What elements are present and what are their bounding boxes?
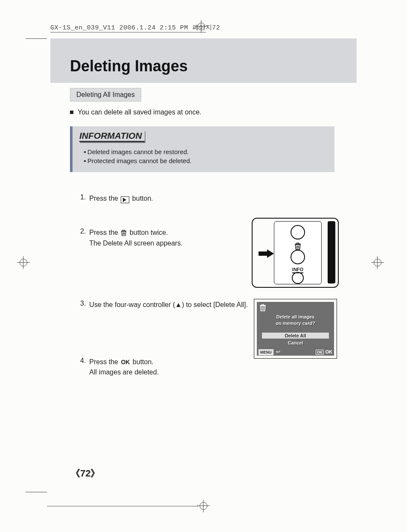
arrow-icon: [259, 249, 275, 258]
section-subhead: Deleting All Images: [70, 88, 141, 102]
step-text: All images are deleted.: [89, 368, 159, 376]
ok-icon: OK: [121, 358, 130, 367]
step-number: 2.: [80, 228, 86, 248]
lcd-option-delete-all: Delete All: [262, 333, 329, 339]
step-text: button.: [132, 195, 153, 202]
header-rule: [50, 32, 206, 32]
intro-line: You can delete all saved images at once.: [70, 108, 357, 116]
page-number: 《72》: [71, 467, 100, 480]
information-heading: INFORMATION: [79, 131, 145, 142]
registration-mark-top: [195, 20, 208, 33]
crop-mark: [47, 506, 198, 506]
lcd-message: Delete all imageson memory card?: [257, 314, 334, 327]
registration-mark-right: [371, 256, 384, 269]
step-text: Press the: [89, 358, 118, 365]
information-box: INFORMATION Deleted images cannot be res…: [70, 126, 334, 172]
trash-icon: [259, 304, 266, 313]
step-4: 4. Press the OK button. All images are d…: [80, 357, 357, 377]
step-text: Use the four-way controller (▲) to selec…: [89, 301, 248, 308]
registration-mark-bottom: [197, 500, 210, 512]
title-band: Deleting Images: [50, 38, 357, 83]
ok-label: OK: [326, 349, 333, 354]
step-text: Press the: [89, 229, 118, 236]
step-text: Press the: [89, 195, 118, 202]
page-title: Deleting Images: [70, 57, 357, 75]
return-arrow-icon: ↩: [276, 349, 280, 355]
camera-button: [292, 272, 304, 284]
step-text: The Delete All screen appears.: [89, 240, 183, 247]
step-text: button twice.: [130, 229, 168, 236]
step-1: 1. Press the button.: [80, 193, 357, 204]
camera-button: [291, 250, 305, 264]
info-item: Deleted images cannot be restored.: [84, 148, 328, 155]
intro-text: You can delete all saved images at once.: [78, 108, 201, 116]
crop-mark: [26, 492, 47, 492]
playback-icon: [121, 196, 129, 203]
square-bullet-icon: [70, 111, 73, 114]
step-number: 1.: [80, 193, 86, 204]
lcd-screen-diagram: Delete all imageson memory card? Delete …: [254, 299, 337, 359]
trash-icon: [121, 229, 127, 239]
step-number: 4.: [80, 357, 86, 377]
registration-mark-left: [17, 256, 30, 269]
camera-grip: [328, 221, 335, 284]
step-number: 3.: [80, 300, 86, 310]
info-item: Protected images cannot be deleted.: [84, 157, 328, 164]
ok-badge: OK: [316, 350, 324, 355]
crop-mark: [26, 38, 47, 39]
camera-back-diagram: INFO: [252, 218, 339, 288]
menu-badge: MENU: [259, 349, 273, 355]
camera-button: [291, 225, 305, 240]
step-text: button.: [133, 358, 154, 365]
lcd-option-cancel: Cancel: [262, 340, 329, 345]
